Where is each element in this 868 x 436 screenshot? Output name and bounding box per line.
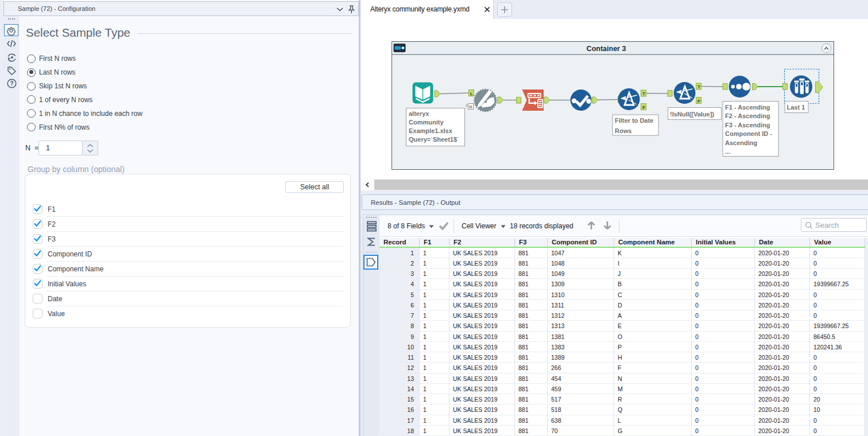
svg-text:?: ?	[10, 80, 13, 87]
svg-text:F: F	[698, 99, 700, 104]
svg-text:T: T	[698, 84, 700, 89]
svg-text:Community: Community	[409, 119, 444, 126]
svg-text:R: R	[469, 104, 472, 110]
svg-text:Filter to Date: Filter to Date	[615, 117, 653, 124]
svg-text:Ascending: Ascending	[725, 139, 757, 146]
svg-text:Rows: Rows	[615, 127, 631, 134]
svg-text:Container 3: Container 3	[587, 45, 626, 53]
svg-text:F3 - Ascending: F3 - Ascending	[725, 122, 770, 129]
svg-text:!IsNull([Value]): !IsNull([Value])	[670, 111, 714, 118]
svg-text:F1 - Ascending: F1 - Ascending	[725, 104, 770, 111]
svg-text:F2 - Ascending: F2 - Ascending	[725, 112, 770, 119]
svg-text:alteryx: alteryx	[409, 110, 429, 117]
svg-text:Last 1: Last 1	[787, 104, 805, 111]
svg-text:T: T	[642, 91, 645, 96]
svg-text:...: ...	[725, 148, 730, 155]
svg-text:F: F	[642, 105, 645, 110]
svg-text:L: L	[470, 91, 473, 96]
svg-text:Query=`Sheet1$`: Query=`Sheet1$`	[409, 136, 459, 143]
svg-text:Component ID -: Component ID -	[725, 130, 772, 137]
svg-text:Example1.xlsx: Example1.xlsx	[409, 127, 453, 134]
